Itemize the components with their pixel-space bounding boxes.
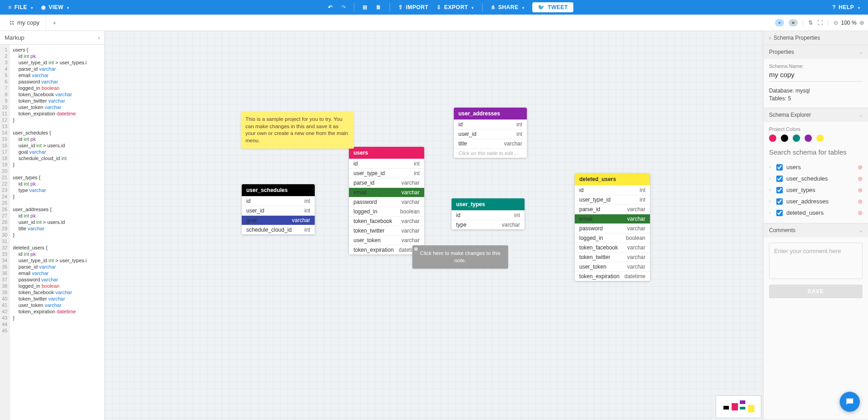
view-mode-a[interactable] [775,19,784,26]
table-row[interactable]: idint [454,119,527,129]
table-row[interactable]: schedule_cloud_idint [242,225,315,234]
db-table-user_addresses[interactable]: user_addressesidintuser_idinttitlevarcha… [454,108,527,158]
table-row[interactable]: user_idint [454,129,527,139]
locate-icon[interactable]: ◎ [858,176,863,181]
tree-item-users[interactable]: ›users◎ [769,161,863,173]
locate-icon[interactable]: ◎ [858,164,863,170]
comment-input[interactable]: Enter your comment here [769,243,863,279]
schema-name-input[interactable] [769,69,863,82]
help-menu[interactable]: ?HELP [832,4,860,10]
column-name: parse_id [353,180,374,186]
tree-checkbox[interactable] [776,198,783,205]
export-menu[interactable]: ⇩EXPORT [437,4,473,10]
color-swatch[interactable] [769,135,776,142]
properties-header[interactable]: Properties⌄ [764,45,868,59]
markup-editor[interactable]: 1234567891011121314151617181920212223242… [0,45,104,420]
note-editable[interactable]: Click here to make changes to this note. [412,245,508,269]
share-menu[interactable]: ⋔SHARE [491,4,525,10]
tab-schema[interactable]: my copy [3,15,46,31]
note-tip[interactable]: This is a sample project for you to try.… [241,111,354,149]
view-menu[interactable]: ◉VIEW [41,4,69,10]
comments-header[interactable]: Comments⌄ [764,223,868,237]
tree-item-user_schedules[interactable]: ›user_schedules◎ [769,173,863,184]
db-table-users[interactable]: usersidintuser_type_idintparse_idvarchar… [349,147,424,254]
table-row[interactable]: idint [452,210,525,220]
table-row[interactable]: goalvarchar [242,215,315,225]
table-row[interactable]: idint [242,196,315,206]
view-mode-b[interactable] [789,19,798,26]
table-row[interactable]: user_idint [242,206,315,215]
table-row[interactable]: passwordvarchar [575,223,650,233]
table-row[interactable]: token_expirationdatetime [575,271,650,281]
table-row[interactable]: logged_inboolean [349,207,424,216]
fit-screen-icon[interactable]: ⛶ [817,20,823,26]
database-label: Database: [769,88,794,94]
schema-properties-header[interactable]: Schema Properties [764,31,868,45]
fit-vertical-icon[interactable]: ⇅ [808,20,813,26]
table-row[interactable]: emailvarchar [349,187,424,197]
zoom-in-button[interactable]: ⊕ [859,19,864,26]
table-row[interactable]: titlevarchar [454,139,527,148]
redo-button[interactable]: ↷ [341,4,346,10]
import-button[interactable]: ⇪IMPORT [398,4,428,10]
add-note-button[interactable]: 🗎 [376,4,382,10]
table-row[interactable]: token_facebookvarchar [349,216,424,226]
zoom-out-button[interactable]: ⊖ [833,19,838,26]
color-swatch[interactable] [816,135,824,142]
add-table-button[interactable]: ⊞ [363,4,368,10]
locate-icon[interactable]: ◎ [858,210,863,216]
column-type: varchar [401,237,420,244]
table-row[interactable]: parse_idvarchar [575,204,650,214]
schema-search-input[interactable] [769,146,863,160]
table-row[interactable]: idint [575,185,650,195]
tree-checkbox[interactable] [776,164,783,171]
table-row[interactable]: idint [349,159,424,168]
tree-checkbox[interactable] [776,210,783,216]
column-type: varchar [401,218,420,224]
table-row[interactable]: emailvarchar [575,214,650,223]
column-name: user_id [246,207,264,214]
table-row[interactable]: token_facebookvarchar [575,243,650,252]
column-type: datetime [624,273,645,280]
table-row[interactable]: parse_idvarchar [349,178,424,187]
canvas[interactable]: user_schedulesidintuser_idintgoalvarchar… [105,31,763,420]
tree-item-deleted_users[interactable]: ›deleted_users◎ [769,207,863,218]
add-tab-button[interactable]: + [46,19,62,26]
tweet-button[interactable]: 🐦TWEET [532,2,573,12]
undo-button[interactable]: ↶ [328,4,333,10]
column-type: varchar [502,222,520,228]
table-row[interactable]: user_type_idint [349,168,424,178]
tree-item-user_addresses[interactable]: ›user_addresses◎ [769,196,863,207]
schema-explorer-header[interactable]: Schema Explorer⌄ [764,108,868,122]
color-swatch[interactable] [781,135,788,142]
chat-fab[interactable] [840,392,860,412]
color-swatch[interactable] [793,135,800,142]
table-row[interactable]: logged_inboolean [575,233,650,243]
column-name: password [353,199,377,205]
column-type: boolean [626,235,645,241]
db-table-deleted_users[interactable]: deleted_usersidintuser_type_idintparse_i… [575,173,650,281]
color-swatch[interactable] [805,135,812,142]
table-row[interactable]: passwordvarchar [349,197,424,207]
table-row[interactable]: token_twittervarchar [349,226,424,235]
file-menu[interactable]: ≡FILE [8,4,33,10]
column-type: varchar [401,228,420,234]
table-row[interactable]: typevarchar [452,220,525,229]
db-table-user_schedules[interactable]: user_schedulesidintuser_idintgoalvarchar… [242,184,315,234]
column-name: email [579,216,593,222]
db-table-user_types[interactable]: user_typesidinttypevarchar [452,198,525,229]
save-comment-button[interactable]: SAVE [769,285,863,298]
table-row[interactable]: user_type_idint [575,195,650,204]
right-panel: Schema Properties Properties⌄ Schema Nam… [763,31,868,420]
collapse-markup-button[interactable]: ‹ [98,34,100,41]
column-name: user_type_id [579,197,611,203]
locate-icon[interactable]: ◎ [858,187,863,193]
tree-checkbox[interactable] [776,176,783,182]
table-row[interactable]: user_tokenvarchar [349,235,424,245]
table-row[interactable]: user_tokenvarchar [575,262,650,271]
locate-icon[interactable]: ◎ [858,198,863,204]
minimap[interactable] [716,395,761,418]
tree-item-user_types[interactable]: ›user_types◎ [769,184,863,196]
table-row[interactable]: token_twittervarchar [575,252,650,262]
tree-checkbox[interactable] [776,187,783,193]
